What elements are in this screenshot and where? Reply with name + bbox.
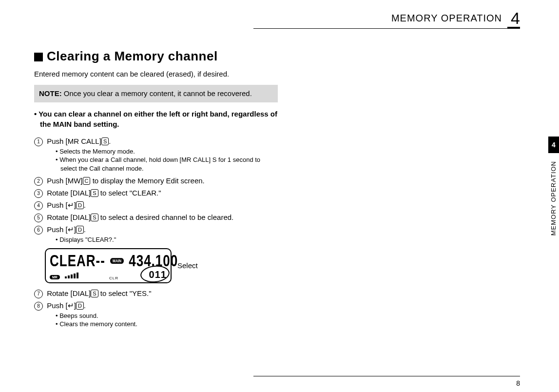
step-text-pre: Push [MR CALL] xyxy=(47,137,101,145)
step-text-pre: Push [↵] xyxy=(47,225,76,234)
side-vertical-label: MEMORY OPERATION xyxy=(550,161,557,235)
side-tab-number: 4 xyxy=(552,141,556,149)
header-section-title: MEMORY OPERATION xyxy=(391,13,502,24)
steps-list-cont: 7 Rotate [DIAL]S to select "YES." 8 Push… xyxy=(34,288,278,329)
note-text: Once you clear a memory content, it cann… xyxy=(64,89,252,98)
step-number: 8 xyxy=(34,302,43,311)
step-text-post: . xyxy=(109,137,111,145)
lcd-select-label: Select xyxy=(177,261,198,270)
step-text-post: to select "YES." xyxy=(98,289,152,297)
lcd-figure: CLEAR-- MAIN 434.100 MR CLR 011 xyxy=(45,248,278,283)
step-4: 4 Push [↵]D. xyxy=(34,200,278,210)
step-text-post: to select "CLEAR." xyxy=(98,189,161,197)
step-text-post: to display the Memory Edit screen. xyxy=(90,176,204,185)
page-title-text: Clearing a Memory channel xyxy=(47,49,218,63)
step-text-post: . xyxy=(84,225,86,234)
step-2: 2 Push [MW]C to display the Memory Edit … xyxy=(34,176,278,186)
lcd-clr-label: CLR xyxy=(109,276,118,280)
step-text-pre: Rotate [DIAL] xyxy=(47,213,91,221)
note-box: NOTE: Once you clear a memory content, i… xyxy=(34,85,278,102)
key-d: D xyxy=(76,201,84,209)
side-tab: 4 xyxy=(548,137,559,153)
lcd-mr-badge: MR xyxy=(50,275,60,279)
lcd-screen: CLEAR-- MAIN 434.100 MR CLR 011 xyxy=(45,248,172,283)
key-d: D xyxy=(76,302,84,310)
step-6: 6 Push [↵]D. Displays "CLEAR?." xyxy=(34,224,278,244)
step-text-post: . xyxy=(84,201,86,209)
lcd-text-left: CLEAR-- xyxy=(50,251,105,270)
step-3: 3 Rotate [DIAL]S to select "CLEAR." xyxy=(34,188,278,198)
step-5: 5 Rotate [DIAL]S to select a desired cha… xyxy=(34,212,278,222)
key-s: S xyxy=(91,214,98,221)
header-rule xyxy=(253,28,520,29)
step-number: 3 xyxy=(34,189,43,198)
lead-bullet: • You can clear a channel on either the … xyxy=(34,109,278,129)
step-1-sub-1: Selects the Memory mode. xyxy=(56,147,278,156)
steps-list: 1 Push [MR CALL]S. Selects the Memory mo… xyxy=(34,136,278,244)
step-number: 5 xyxy=(34,214,43,222)
step-number: 6 xyxy=(34,226,43,235)
step-text-post: to select a desired channel to be cleare… xyxy=(98,213,234,221)
step-8: 8 Push [↵]D. Beeps sound. Clears the mem… xyxy=(34,300,278,329)
page-number: 8 xyxy=(516,379,520,387)
lcd-channel: 011 xyxy=(149,269,167,280)
lcd-left-group: MR xyxy=(50,272,78,280)
intro-text: Entered memory content can be cleared (e… xyxy=(34,70,278,78)
step-text-pre: Push [↵] xyxy=(47,201,76,209)
step-number: 2 xyxy=(34,177,43,186)
step-text-pre: Push [MW] xyxy=(47,176,82,185)
header-right: MEMORY OPERATION 4 xyxy=(391,10,520,26)
note-label: NOTE: xyxy=(39,89,62,98)
footer-rule xyxy=(253,376,520,376)
step-text-pre: Rotate [DIAL] xyxy=(47,289,91,297)
step-6-sub-1: Displays "CLEAR?." xyxy=(56,235,278,244)
key-s: S xyxy=(91,290,98,297)
step-7: 7 Rotate [DIAL]S to select "YES." xyxy=(34,288,278,298)
header-rule-accent xyxy=(507,27,520,29)
step-8-sub: Beeps sound. Clears the memory content. xyxy=(45,312,278,329)
step-1-sub: Selects the Memory mode. When you clear … xyxy=(45,147,278,173)
step-8-sub-2: Clears the memory content. xyxy=(56,320,278,329)
lcd-main-badge: MAIN xyxy=(110,258,124,264)
step-text-post: . xyxy=(84,301,86,310)
step-1-sub-2: When you clear a Call channel, hold down… xyxy=(56,156,278,173)
step-number: 4 xyxy=(34,201,43,210)
lcd-line2: MR CLR 011 xyxy=(50,269,167,280)
step-text-pre: Rotate [DIAL] xyxy=(47,189,91,197)
lcd-signal-icon xyxy=(65,273,78,278)
page-root: MEMORY OPERATION 4 4 MEMORY OPERATION Cl… xyxy=(0,0,559,392)
step-number: 1 xyxy=(34,137,43,146)
content-column: Clearing a Memory channel Entered memory… xyxy=(34,49,278,332)
page-title: Clearing a Memory channel xyxy=(34,49,278,64)
step-number: 7 xyxy=(34,290,43,298)
key-c: C xyxy=(83,177,91,185)
step-6-sub: Displays "CLEAR?." xyxy=(45,235,278,244)
step-1: 1 Push [MR CALL]S. Selects the Memory mo… xyxy=(34,136,278,173)
step-8-sub-1: Beeps sound. xyxy=(56,312,278,320)
header-chapter-number: 4 xyxy=(511,10,520,26)
title-square-icon xyxy=(34,53,43,61)
key-s: S xyxy=(91,189,98,197)
key-s: S xyxy=(101,137,109,145)
step-text-pre: Push [↵] xyxy=(47,301,76,310)
key-d: D xyxy=(76,226,84,234)
